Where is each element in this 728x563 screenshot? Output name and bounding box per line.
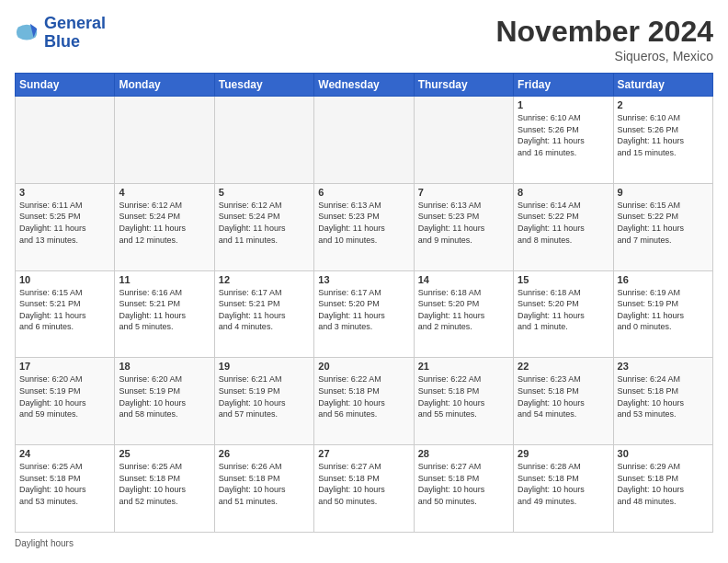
- day-number: 22: [518, 361, 609, 372]
- day-info: Sunrise: 6:27 AM Sunset: 5:18 PM Dayligh…: [418, 461, 509, 507]
- day-number: 30: [618, 448, 709, 459]
- title-block: November 2024 Siqueros, Mexico: [495, 15, 713, 63]
- day-number: 11: [119, 274, 210, 285]
- calendar-day-cell: 30Sunrise: 6:29 AM Sunset: 5:18 PM Dayli…: [613, 445, 712, 533]
- calendar-day-cell: [314, 97, 414, 184]
- logo-text: General Blue: [44, 15, 106, 52]
- day-number: 21: [418, 361, 509, 372]
- page: General Blue November 2024 Siqueros, Mex…: [0, 0, 728, 563]
- day-info: Sunrise: 6:11 AM Sunset: 5:25 PM Dayligh…: [19, 200, 110, 246]
- day-number: 28: [418, 448, 509, 459]
- day-number: 7: [418, 187, 509, 198]
- calendar-week-row: 3Sunrise: 6:11 AM Sunset: 5:25 PM Daylig…: [16, 183, 713, 270]
- calendar-day-cell: 3Sunrise: 6:11 AM Sunset: 5:25 PM Daylig…: [16, 183, 115, 270]
- day-number: 3: [19, 187, 110, 198]
- day-info: Sunrise: 6:22 AM Sunset: 5:18 PM Dayligh…: [318, 373, 409, 419]
- day-number: 4: [119, 187, 210, 198]
- calendar-week-row: 17Sunrise: 6:20 AM Sunset: 5:19 PM Dayli…: [16, 358, 713, 445]
- calendar-day-cell: 14Sunrise: 6:18 AM Sunset: 5:20 PM Dayli…: [414, 270, 513, 358]
- calendar-day-header: Friday: [514, 74, 613, 97]
- calendar-day-cell: 7Sunrise: 6:13 AM Sunset: 5:23 PM Daylig…: [414, 183, 513, 270]
- calendar-day-header: Thursday: [414, 74, 513, 97]
- day-info: Sunrise: 6:21 AM Sunset: 5:19 PM Dayligh…: [219, 373, 310, 419]
- day-number: 20: [318, 361, 409, 372]
- calendar-day-cell: 26Sunrise: 6:26 AM Sunset: 5:18 PM Dayli…: [214, 445, 313, 533]
- day-number: 9: [618, 187, 709, 198]
- day-number: 23: [618, 361, 709, 372]
- calendar-day-cell: 27Sunrise: 6:27 AM Sunset: 5:18 PM Dayli…: [314, 445, 414, 533]
- day-number: 25: [119, 448, 210, 459]
- day-info: Sunrise: 6:26 AM Sunset: 5:18 PM Dayligh…: [219, 461, 310, 507]
- day-info: Sunrise: 6:17 AM Sunset: 5:20 PM Dayligh…: [318, 287, 409, 333]
- calendar-day-cell: 4Sunrise: 6:12 AM Sunset: 5:24 PM Daylig…: [115, 183, 214, 270]
- location: Siqueros, Mexico: [495, 49, 713, 63]
- calendar-day-cell: 22Sunrise: 6:23 AM Sunset: 5:18 PM Dayli…: [514, 358, 613, 445]
- calendar-day-header: Saturday: [613, 74, 712, 97]
- calendar-week-row: 1Sunrise: 6:10 AM Sunset: 5:26 PM Daylig…: [16, 97, 713, 184]
- day-number: 13: [318, 274, 409, 285]
- calendar-day-cell: 10Sunrise: 6:15 AM Sunset: 5:21 PM Dayli…: [16, 270, 115, 358]
- calendar-day-cell: [115, 97, 214, 184]
- day-info: Sunrise: 6:20 AM Sunset: 5:19 PM Dayligh…: [19, 373, 110, 419]
- calendar-day-cell: 29Sunrise: 6:28 AM Sunset: 5:18 PM Dayli…: [514, 445, 613, 533]
- day-info: Sunrise: 6:20 AM Sunset: 5:19 PM Dayligh…: [119, 373, 210, 419]
- day-number: 6: [318, 187, 409, 198]
- day-info: Sunrise: 6:25 AM Sunset: 5:18 PM Dayligh…: [119, 461, 210, 507]
- day-number: 1: [518, 99, 609, 110]
- calendar-day-cell: [214, 97, 313, 184]
- day-info: Sunrise: 6:29 AM Sunset: 5:18 PM Dayligh…: [618, 461, 709, 507]
- day-number: 10: [19, 274, 110, 285]
- day-number: 17: [19, 361, 110, 372]
- day-number: 12: [219, 274, 310, 285]
- day-info: Sunrise: 6:28 AM Sunset: 5:18 PM Dayligh…: [518, 461, 609, 507]
- calendar-header-row: SundayMondayTuesdayWednesdayThursdayFrid…: [16, 74, 713, 97]
- day-number: 18: [119, 361, 210, 372]
- calendar-day-cell: 17Sunrise: 6:20 AM Sunset: 5:19 PM Dayli…: [16, 358, 115, 445]
- day-info: Sunrise: 6:15 AM Sunset: 5:22 PM Dayligh…: [618, 200, 709, 246]
- day-info: Sunrise: 6:15 AM Sunset: 5:21 PM Dayligh…: [19, 287, 110, 333]
- calendar-day-cell: 28Sunrise: 6:27 AM Sunset: 5:18 PM Dayli…: [414, 445, 513, 533]
- day-info: Sunrise: 6:23 AM Sunset: 5:18 PM Dayligh…: [518, 373, 609, 419]
- day-info: Sunrise: 6:14 AM Sunset: 5:22 PM Dayligh…: [518, 200, 609, 246]
- calendar-day-cell: 1Sunrise: 6:10 AM Sunset: 5:26 PM Daylig…: [514, 97, 613, 184]
- day-info: Sunrise: 6:13 AM Sunset: 5:23 PM Dayligh…: [418, 200, 509, 246]
- calendar-day-header: Monday: [115, 74, 214, 97]
- calendar-day-cell: 8Sunrise: 6:14 AM Sunset: 5:22 PM Daylig…: [514, 183, 613, 270]
- day-info: Sunrise: 6:18 AM Sunset: 5:20 PM Dayligh…: [518, 287, 609, 333]
- calendar-day-cell: 19Sunrise: 6:21 AM Sunset: 5:19 PM Dayli…: [214, 358, 313, 445]
- day-number: 27: [318, 448, 409, 459]
- day-number: 15: [518, 274, 609, 285]
- calendar-day-header: Tuesday: [214, 74, 313, 97]
- day-info: Sunrise: 6:25 AM Sunset: 5:18 PM Dayligh…: [19, 461, 110, 507]
- calendar-day-header: Sunday: [16, 74, 115, 97]
- calendar-day-cell: [16, 97, 115, 184]
- day-info: Sunrise: 6:22 AM Sunset: 5:18 PM Dayligh…: [418, 373, 509, 419]
- day-info: Sunrise: 6:12 AM Sunset: 5:24 PM Dayligh…: [119, 200, 210, 246]
- calendar-week-row: 10Sunrise: 6:15 AM Sunset: 5:21 PM Dayli…: [16, 270, 713, 358]
- calendar-week-row: 24Sunrise: 6:25 AM Sunset: 5:18 PM Dayli…: [16, 445, 713, 533]
- logo: General Blue: [15, 15, 106, 52]
- calendar-day-cell: 25Sunrise: 6:25 AM Sunset: 5:18 PM Dayli…: [115, 445, 214, 533]
- calendar: SundayMondayTuesdayWednesdayThursdayFrid…: [15, 73, 713, 533]
- day-info: Sunrise: 6:19 AM Sunset: 5:19 PM Dayligh…: [618, 287, 709, 333]
- day-number: 8: [518, 187, 609, 198]
- calendar-day-header: Wednesday: [314, 74, 414, 97]
- day-info: Sunrise: 6:10 AM Sunset: 5:26 PM Dayligh…: [518, 112, 609, 158]
- calendar-day-cell: 16Sunrise: 6:19 AM Sunset: 5:19 PM Dayli…: [613, 270, 712, 358]
- day-info: Sunrise: 6:16 AM Sunset: 5:21 PM Dayligh…: [119, 287, 210, 333]
- calendar-day-cell: 5Sunrise: 6:12 AM Sunset: 5:24 PM Daylig…: [214, 183, 313, 270]
- month-title: November 2024: [495, 15, 713, 49]
- day-number: 19: [219, 361, 310, 372]
- calendar-day-cell: 11Sunrise: 6:16 AM Sunset: 5:21 PM Dayli…: [115, 270, 214, 358]
- calendar-day-cell: 2Sunrise: 6:10 AM Sunset: 5:26 PM Daylig…: [613, 97, 712, 184]
- calendar-day-cell: [414, 97, 513, 184]
- logo-icon: [15, 20, 40, 46]
- day-info: Sunrise: 6:12 AM Sunset: 5:24 PM Dayligh…: [219, 200, 310, 246]
- day-info: Sunrise: 6:24 AM Sunset: 5:18 PM Dayligh…: [618, 373, 709, 419]
- calendar-day-cell: 21Sunrise: 6:22 AM Sunset: 5:18 PM Dayli…: [414, 358, 513, 445]
- day-info: Sunrise: 6:27 AM Sunset: 5:18 PM Dayligh…: [318, 461, 409, 507]
- day-number: 26: [219, 448, 310, 459]
- day-info: Sunrise: 6:10 AM Sunset: 5:26 PM Dayligh…: [618, 112, 709, 158]
- calendar-day-cell: 12Sunrise: 6:17 AM Sunset: 5:21 PM Dayli…: [214, 270, 313, 358]
- calendar-day-cell: 18Sunrise: 6:20 AM Sunset: 5:19 PM Dayli…: [115, 358, 214, 445]
